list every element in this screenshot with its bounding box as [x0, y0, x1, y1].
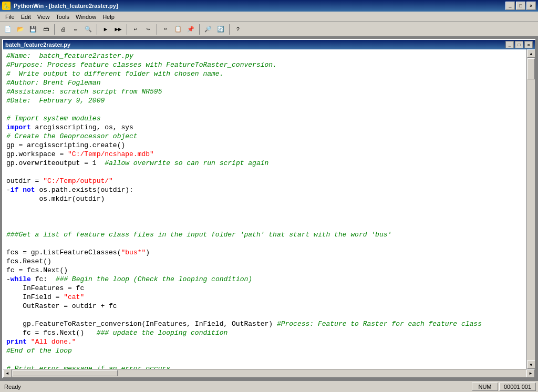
- horizontal-scrollbar[interactable]: ◄ ►: [3, 369, 535, 377]
- code-text: ###Get a list of feature class files in …: [6, 230, 391, 239]
- code-text: ): [146, 248, 150, 257]
- code-text: fcs = gp.ListFeatureClasses(: [6, 248, 121, 257]
- code-line-21: ###Get a list of feature class files in …: [3, 230, 526, 239]
- code-text: #End of the loop: [6, 346, 72, 355]
- code-line-34: #End of the loop: [3, 346, 526, 355]
- code-text: gp.overwriteoutput = 1: [6, 159, 105, 168]
- code-text: print: [6, 337, 27, 346]
- title-bar: 🐍 PythonWin - [batch_feature2raster.py] …: [0, 0, 538, 12]
- code-line-30: [3, 311, 526, 319]
- minus-indicator: -: [6, 185, 11, 194]
- code-line-20: [3, 221, 526, 230]
- code-text: fc = fcs.Next(): [6, 266, 68, 275]
- code-text: "C:/Temp/ncshape.mdb": [68, 150, 154, 159]
- code-line-13: gp.overwriteoutput = 1 #allow overwrite …: [3, 159, 526, 168]
- code-text: "C:/Temp/output/": [43, 177, 113, 185]
- code-text: InFeatures = fc: [6, 284, 84, 293]
- code-line-9: import arcgisscripting, os, sys: [3, 123, 526, 132]
- code-line-14: [3, 168, 526, 177]
- code-editor[interactable]: #Name: batch_feature2raster.py #Purpose:…: [3, 49, 526, 369]
- separator-1: [54, 24, 55, 35]
- run-all-button[interactable]: ▶▶: [112, 24, 124, 35]
- code-line-36: # Print error message if an error occurs: [3, 364, 526, 369]
- code-text: "cat": [64, 293, 84, 302]
- title-bar-buttons[interactable]: _ □ ×: [505, 2, 536, 10]
- code-line-32: fc = fcs.Next() ### update the looping c…: [3, 328, 526, 337]
- mdi-minimize[interactable]: _: [505, 41, 514, 48]
- code-text: #Author: Brent Fogleman: [6, 78, 100, 87]
- status-bar: Ready NUM 00001 001: [0, 380, 538, 392]
- menu-edit[interactable]: Edit: [18, 13, 34, 21]
- code-line-2: #Purpose: Process feature classes with F…: [3, 60, 526, 69]
- paste-button[interactable]: 📌: [185, 24, 196, 35]
- menu-help[interactable]: Help: [99, 13, 118, 21]
- code-text: ### update the looping condition: [97, 328, 228, 337]
- tool-5[interactable]: ✏: [70, 24, 81, 35]
- close-button[interactable]: ×: [526, 2, 536, 10]
- print-button[interactable]: 🖨: [57, 24, 69, 35]
- minimize-button[interactable]: _: [505, 2, 515, 10]
- code-line-12: gp.workspace = "C:/Temp/ncshape.mdb": [3, 150, 526, 159]
- code-text: #Purpose: Process feature classes with F…: [6, 60, 277, 69]
- mdi-title-buttons[interactable]: _ □ ×: [505, 41, 533, 48]
- scroll-right-button[interactable]: ►: [526, 369, 535, 378]
- code-line-35: [3, 355, 526, 364]
- mdi-title-bar: batch_feature2raster.py _ □ ×: [3, 40, 535, 49]
- status-right: NUM 00001 001: [472, 383, 536, 391]
- code-text: #Process: Feature to Raster for each fea…: [277, 319, 482, 328]
- new-button[interactable]: 📄: [2, 24, 14, 35]
- hscroll-track[interactable]: [12, 369, 526, 378]
- find-button[interactable]: 🔎: [202, 24, 214, 35]
- code-text: # Write output to different folder with …: [6, 69, 223, 78]
- scroll-left-button[interactable]: ◄: [3, 369, 12, 378]
- save-button[interactable]: 💾: [27, 24, 39, 35]
- code-text: ### Begin the loop (Check the looping co…: [56, 275, 252, 284]
- code-line-8: # Import system modules: [3, 114, 526, 123]
- menu-tools[interactable]: Tools: [53, 13, 73, 21]
- scroll-thumb[interactable]: [527, 58, 535, 79]
- save-all-button[interactable]: 🗃: [40, 24, 51, 35]
- copy-button[interactable]: 📋: [172, 24, 184, 35]
- menu-file[interactable]: File: [2, 13, 18, 21]
- code-line-4: #Author: Brent Fogleman: [3, 78, 526, 87]
- code-text: OutRaster = outdir + fc: [6, 302, 117, 311]
- run-button[interactable]: ▶: [100, 24, 111, 35]
- hscroll-thumb[interactable]: [13, 370, 118, 376]
- app-icon: 🐍: [2, 2, 11, 10]
- code-text: #Assistance: scratch script from NR595: [6, 87, 162, 96]
- separator-5: [199, 24, 200, 35]
- title-bar-text: PythonWin - [batch_feature2raster.py]: [14, 3, 118, 9]
- open-button[interactable]: 📂: [15, 24, 26, 35]
- undo-button[interactable]: ↩: [130, 24, 141, 35]
- vertical-scrollbar[interactable]: ▲ ▼: [526, 49, 535, 369]
- cut-button[interactable]: ✂: [160, 24, 171, 35]
- scroll-up-button[interactable]: ▲: [527, 49, 535, 58]
- code-text: "All done.": [31, 337, 76, 346]
- code-line-3: # Write output to different folder with …: [3, 69, 526, 78]
- code-line-33: print "All done.": [3, 337, 526, 346]
- code-text: # Print error message if an error occurs: [6, 364, 170, 369]
- mdi-close[interactable]: ×: [524, 41, 533, 48]
- code-text: #allow overwrite so can run script again: [105, 159, 268, 168]
- code-text: gp = arcgisscripting.create(): [6, 141, 125, 150]
- redo-button[interactable]: ↪: [142, 24, 154, 35]
- code-line-17: os.mkdir(outdir): [3, 194, 526, 203]
- code-line-15: outdir = "C:/Temp/output/": [3, 177, 526, 185]
- status-position-text: 00001 001: [504, 384, 531, 390]
- scroll-track[interactable]: [527, 58, 535, 360]
- replace-button[interactable]: 🔄: [215, 24, 226, 35]
- code-text: #Date: February 9, 2009: [6, 96, 105, 105]
- menu-view[interactable]: View: [34, 13, 53, 21]
- minus-indicator: -: [6, 275, 11, 284]
- menu-window[interactable]: Window: [73, 13, 99, 21]
- code-line-23: fcs = gp.ListFeatureClasses("bus*"): [3, 248, 526, 257]
- code-text: gp.FeatureToRaster_conversion(InFeatures…: [6, 319, 277, 328]
- separator-2: [97, 24, 97, 35]
- mdi-maximize[interactable]: □: [515, 41, 523, 48]
- scroll-down-button[interactable]: ▼: [527, 360, 535, 369]
- help-btn[interactable]: ?: [232, 24, 244, 35]
- code-line-24: fcs.Reset(): [3, 257, 526, 266]
- maximize-button[interactable]: □: [516, 2, 525, 10]
- code-line-18: [3, 203, 526, 212]
- tool-6[interactable]: 🔍: [82, 24, 94, 35]
